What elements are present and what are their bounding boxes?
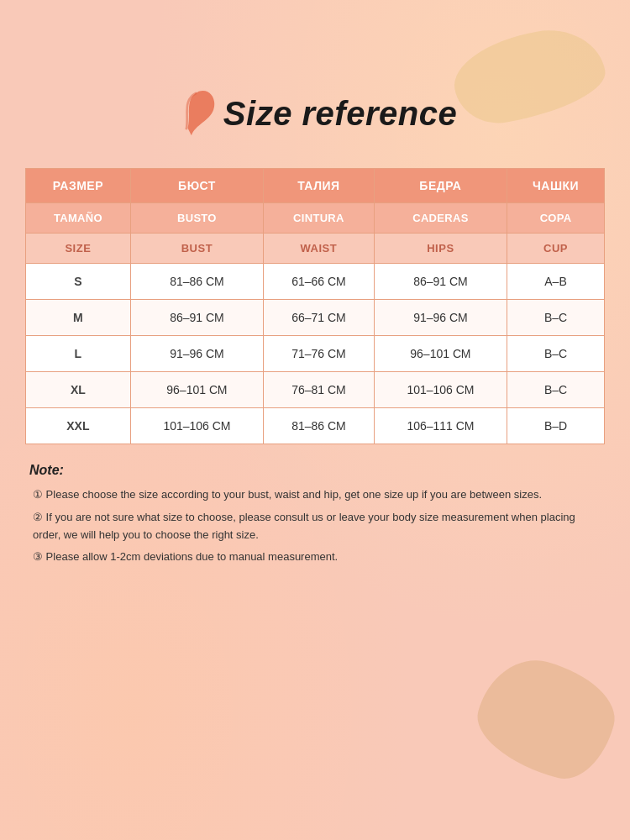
notes-section: Note: ① Please choose the size according… [25,463,605,571]
cell-cup: A–B [507,264,605,300]
header-r1-waist: ТАЛИЯ [264,169,375,203]
cell-size: L [26,336,131,372]
cell-bust: 101–106 СМ [130,408,263,444]
table-header-row-3: SIZE BUST WAIST HIPS CUP [26,234,605,264]
header-r2-waist: CINTURA [264,203,375,234]
title-area: Size reference [173,84,457,143]
cell-waist: 66–71 СМ [264,300,375,336]
notes-title: Note: [29,463,601,478]
table-row: XXL101–106 СМ81–86 СМ106–111 СМB–D [26,408,605,444]
cell-bust: 86–91 СМ [130,300,263,336]
cell-hips: 86–91 СМ [374,264,507,300]
header-r3-size: SIZE [26,234,131,264]
note-item-2: ② If you are not sure what size to choos… [29,509,601,544]
header-r3-hips: HIPS [374,234,507,264]
cell-size: S [26,264,131,300]
header-r3-waist: WAIST [264,234,375,264]
header-r2-bust: BUSTO [130,203,263,234]
cell-bust: 81–86 СМ [130,264,263,300]
header-r1-cup: ЧАШКИ [507,169,605,203]
cell-waist: 81–86 СМ [264,408,375,444]
header-r1-bust: БЮСТ [130,169,263,203]
header-r3-bust: BUST [130,234,263,264]
table-row: S81–86 СМ61–66 СМ86–91 СМA–B [26,264,605,300]
cell-hips: 91–96 СМ [374,300,507,336]
table-header-row-1: РАЗМЕР БЮСТ ТАЛИЯ БЕДРА ЧАШКИ [26,169,605,203]
header-r3-cup: CUP [507,234,605,264]
cell-waist: 61–66 СМ [264,264,375,300]
cell-hips: 106–111 СМ [374,408,507,444]
table-row: L91–96 СМ71–76 СМ96–101 СМB–C [26,336,605,372]
page-title: Size reference [223,95,457,133]
header-r1-hips: БЕДРА [374,169,507,203]
cell-waist: 76–81 СМ [264,372,375,408]
cell-size: M [26,300,131,336]
decorative-blob-bottom-right [467,648,625,789]
cell-bust: 91–96 СМ [130,336,263,372]
cell-hips: 96–101 СМ [374,336,507,372]
cell-cup: B–C [507,300,605,336]
size-table: РАЗМЕР БЮСТ ТАЛИЯ БЕДРА ЧАШКИ TAMAÑO BUS… [25,168,605,444]
header-r2-hips: CADERAS [374,203,507,234]
header-r2-size: TAMAÑO [26,203,131,234]
table-header-row-2: TAMAÑO BUSTO CINTURA CADERAS COPA [26,203,605,234]
cell-waist: 71–76 СМ [264,336,375,372]
cell-bust: 96–101 СМ [130,372,263,408]
cell-hips: 101–106 СМ [374,372,507,408]
note-item-3: ③ Please allow 1-2cm deviations due to m… [29,549,601,566]
note-item-1: ① Please choose the size according to yo… [29,486,601,504]
cell-cup: B–D [507,408,605,444]
table-row: XL96–101 СМ76–81 СМ101–106 СМB–C [26,372,605,408]
table-row: M86–91 СМ66–71 СМ91–96 СМB–C [26,300,605,336]
cell-size: XXL [26,408,131,444]
cell-cup: B–C [507,336,605,372]
cell-cup: B–C [507,372,605,408]
header-r1-size: РАЗМЕР [26,169,131,203]
header-r2-cup: COPA [507,203,605,234]
cell-size: XL [26,372,131,408]
